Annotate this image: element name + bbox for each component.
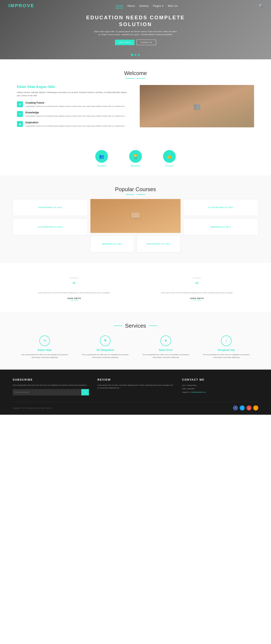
testimonial-role-2: VISITOR [140,300,254,301]
course-label-indesign-1: INDESIGN CC 2017 [102,243,123,245]
nav-home[interactable]: Home [115,4,123,8]
service-text-perspiciis: Find ut perspiciatis iste natus error si… [199,353,254,359]
course-label-illustrator-2: ILLUSTRATOR CC 2017 [208,206,234,208]
service-text-voluptatem: Find ut perspiciatis iste natus error si… [77,353,133,359]
courses-divider [13,194,258,195]
nav-links: Home About Gallery Pages ▾ Mail Us [115,4,178,8]
stat-teachers[interactable]: 👥 Teachers [95,150,108,167]
testimonial-divider-2 [193,278,201,278]
feature-title-inspiration: Inspiration [25,121,125,124]
subscribe-email-input[interactable] [13,389,81,396]
googleplus-icon[interactable]: g [247,406,252,410]
courses-right-col: ILLUSTRATOR CC 2017 INDESIGN CC 2017 [183,199,258,252]
testimonial-divider-1 [70,278,78,278]
subscribe-button[interactable]: → [81,389,89,396]
course-label-photoshop-2: PHOTOSHOP CC 2017 [147,243,170,245]
courses-divider-right [137,194,145,195]
service-voluptatem: ⚑ Sit Voluptatem Find ut perspiciatis is… [77,336,133,359]
feature-creating-future: ⊞ Creating Future Suspendisse maximus le… [17,101,131,108]
course-card-indesign-1[interactable]: INDESIGN CC 2017 [90,236,134,252]
footer: SUBSCRIBE Sed ut perspiciatis unde omnis… [0,370,271,415]
facebook-icon[interactable]: f [233,406,238,410]
service-text-etiam: Sed ut perspiciatis iste natus error sit… [17,353,72,359]
courses-title: Popular Courses [13,186,258,193]
feature-inspiration: ⛰ Inspiration Suspendisse maximus leo ve… [17,121,131,128]
testimonial-2: " Lorem ipsum dolor sit amet consectetur… [140,278,254,301]
testimonial-text-2: Lorem ipsum dolor sit amet consectetur a… [140,292,254,294]
testimonial-role-1: VISITOR [17,300,131,301]
stat-courses[interactable]: 👍 Courses [163,150,176,167]
contact-us-button[interactable]: Contact Us [137,40,156,45]
hero-dots [131,54,140,56]
courses-divider-left [126,194,134,195]
courses-icon: 👍 [163,150,176,163]
feature-icon-knowledge: ✏ [17,111,23,117]
welcome-intro: Nullam pulvinar vulputate aliquam. Pelle… [17,91,131,98]
footer-review-title: REVIEW [97,378,174,381]
members-label: Members [131,164,140,167]
service-title-natus: Natus Error [138,348,194,352]
dot-3[interactable] [138,54,140,56]
courses-left-col: PHOTOSHOP CC 2017 ILLUSTRATOR CC 2017 [13,199,88,252]
courses-layout: PHOTOSHOP CC 2017 ILLUSTRATOR CC 2017 📖 … [13,199,258,252]
service-title-etiam: Etiam Vitae [17,348,72,352]
testimonial-text-1: Lorem ipsum dolor sit amet consectetur a… [17,292,131,294]
dot-2[interactable] [134,54,137,56]
service-icon-etiam: ✉ [39,336,50,346]
feature-title-knowledge: Knowledge [25,111,125,114]
hero-title: EDUCATION NEEDS COMPLETESOLUTION [86,14,185,27]
services-section: Services ✉ Etiam Vitae Sed ut perspiciat… [0,312,271,370]
testimonials-grid: " Lorem ipsum dolor sit amet consectetur… [17,278,254,301]
support-email-link[interactable]: mail@example.com [191,391,206,393]
quote-mark-2: " [140,281,254,289]
service-icon-natus: ▼ [161,336,171,346]
feature-knowledge: ✏ Knowledge Suspendisse maximus leo vel … [17,111,131,118]
feature-title-future: Creating Future [25,101,125,104]
divider-left [126,78,134,78]
testimonials-section: " Lorem ipsum dolor sit amet consectetur… [0,263,271,312]
welcome-title: Welcome [17,70,254,76]
learn-more-button[interactable]: Learn More [115,40,134,45]
search-icon[interactable]: 🔍 [259,4,263,8]
welcome-grid: Etiam Vitae Augue Odio Nullam pulvinar v… [17,85,254,131]
service-title-voluptatem: Sit Voluptatem [77,348,133,352]
feature-icon-inspiration: ⛰ [17,121,23,127]
course-card-illustrator-2[interactable]: ILLUSTRATOR CC 2017 [183,199,258,216]
feature-text-future: Creating Future Suspendisse maximus leo … [25,101,125,108]
footer-bottom: Copyright © 2021 Company name All rights… [13,402,258,410]
footer-contact: CONTACT ME 123 T. Global Place. Office: … [182,378,258,396]
course-card-indesign-2[interactable]: INDESIGN CC 2017 [183,218,258,236]
footer-review: REVIEW Lorem ipsum dolor sit amet, conse… [97,378,174,396]
nav-mail[interactable]: Mail Us [168,4,178,8]
welcome-section: Welcome Etiam Vitae Augue Odio Nullam pu… [0,59,271,142]
twitter-icon[interactable]: t [240,406,245,410]
course-card-photoshop-2[interactable]: PHOTOSHOP CC 2017 [137,236,181,252]
services-divider-right [149,326,157,326]
service-etiam: ✉ Etiam Vitae Sed ut perspiciatis iste n… [17,336,72,359]
services-grid: ✉ Etiam Vitae Sed ut perspiciatis iste n… [17,336,254,359]
footer-subscribe-text: Sed ut perspiciatis unde omnis iste natu… [13,384,89,387]
welcome-image-col: 👥 [140,85,254,127]
welcome-image: 👥 [140,85,254,127]
service-text-natus: Sed ut perspiciatis iste natus error sit… [138,353,194,359]
welcome-divider [17,78,254,78]
courses-center-col: 📖 INDESIGN CC 2017 PHOTOSHOP CC 2017 [90,199,181,252]
feature-text-knowledge: Knowledge Suspendisse maximus leo vel fa… [25,111,125,118]
course-card-photoshop-1[interactable]: PHOTOSHOP CC 2017 [13,199,88,216]
course-card-illustrator-1[interactable]: ILLUSTRATOR CC 2017 [13,218,88,236]
quote-mark-1: " [17,281,131,289]
feature-text-inspiration: Inspiration Suspendisse maximus leo vel … [25,121,125,128]
nav-about[interactable]: About [127,4,135,8]
service-icon-voluptatem: ⚑ [100,336,110,346]
copyright-text: Copyright © 2021 Company name All rights… [13,407,52,409]
site-logo[interactable]: IMPROVE [8,3,34,8]
dot-1[interactable] [131,54,133,56]
nav-gallery[interactable]: Gallery [139,4,149,8]
stat-members[interactable]: 🏆 Members [129,150,142,167]
rss-icon[interactable]: r [253,406,258,410]
testimonial-author-1: JOHN SMITH [17,297,131,300]
feature-desc-future: Suspendisse maximus leo vel facilisis po… [25,105,125,108]
welcome-text-col: Etiam Vitae Augue Odio Nullam pulvinar v… [17,85,131,131]
footer-subscribe-title: SUBSCRIBE [13,378,89,381]
nav-pages[interactable]: Pages ▾ [153,4,164,8]
